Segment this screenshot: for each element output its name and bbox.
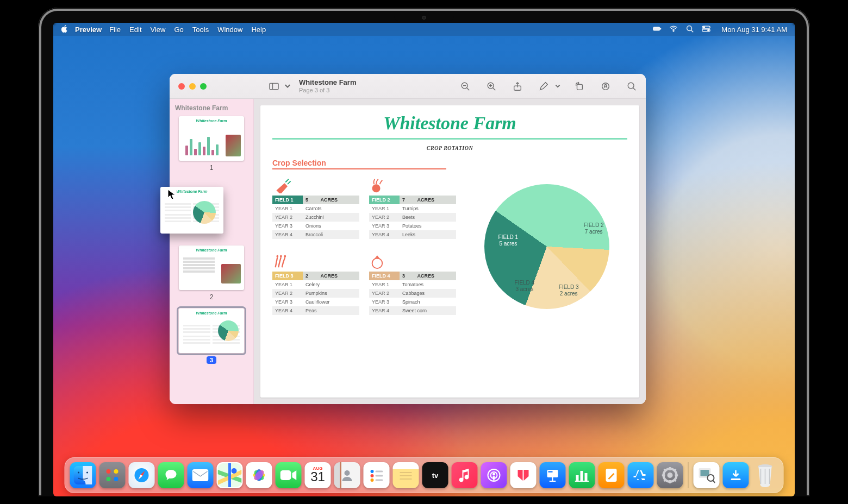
wifi-icon[interactable] [669, 24, 678, 35]
field-2-block: FIELD 2 7 ACRES YEAR 1Turnips YEAR 2Beet… [369, 178, 456, 239]
svg-point-19 [372, 258, 383, 268]
trash-icon[interactable] [752, 462, 778, 488]
thumbnail-sidebar[interactable]: Whitestone Farm Whitestone Farm [170, 99, 254, 404]
highlight-button[interactable] [598, 79, 613, 94]
menubar-status: Mon Aug 31 9:41 AM [653, 24, 787, 35]
markup-button[interactable] [536, 79, 551, 94]
svg-point-23 [107, 469, 111, 474]
music-icon[interactable] [452, 462, 478, 488]
zoom-out-button[interactable] [458, 79, 473, 94]
podcasts-icon[interactable] [481, 462, 507, 488]
downloads-icon[interactable] [723, 462, 749, 488]
photos-icon[interactable] [246, 462, 272, 488]
sidebar-title: Whitestone Farm [175, 104, 248, 112]
mail-icon[interactable] [188, 462, 214, 488]
menu-go[interactable]: Go [174, 26, 183, 34]
menu-help[interactable]: Help [251, 26, 266, 34]
apple-menu-icon[interactable] [61, 25, 68, 34]
minimize-button[interactable] [189, 83, 196, 90]
svg-point-21 [78, 471, 79, 473]
calendar-icon[interactable]: AUG 31 [305, 462, 331, 488]
messages-icon[interactable] [158, 462, 184, 488]
keynote-icon[interactable] [540, 462, 566, 488]
thumbnail[interactable]: Whitestone Farm [179, 116, 244, 161]
finder-icon[interactable] [70, 462, 96, 488]
svg-point-17 [280, 255, 282, 257]
thumb-3[interactable]: Whitestone Farm 3 [174, 308, 249, 364]
svg-point-26 [114, 477, 119, 481]
svg-rect-57 [576, 475, 579, 481]
news-icon[interactable] [510, 462, 537, 488]
section-heading: Crop Selection [272, 159, 627, 167]
title-block: Whitestone Farm Page 3 of 3 [299, 79, 356, 93]
svg-point-15 [372, 184, 381, 192]
svg-point-13 [602, 83, 609, 90]
window-title: Whitestone Farm [299, 79, 356, 86]
field-4-block: FIELD 4 3 ACRES YEAR 1Tomatoes YEAR 2Cab… [369, 254, 456, 315]
thumbnail[interactable]: Whitestone Farm [179, 308, 244, 353]
menu-edit[interactable]: Edit [129, 26, 141, 34]
safari-icon[interactable] [129, 462, 155, 488]
svg-point-45 [371, 478, 374, 482]
svg-point-63 [668, 472, 673, 478]
field-tables: FIELD 1 5 ACRES YEAR 1Carrots YEAR 2Zucc… [272, 178, 456, 315]
preview-dock-icon[interactable] [694, 462, 720, 488]
zoom-button[interactable] [200, 83, 207, 90]
svg-rect-44 [376, 475, 383, 477]
launchpad-icon[interactable] [99, 462, 126, 488]
rotate-button[interactable] [572, 79, 587, 94]
thumb-1[interactable]: Whitestone Farm 1 [174, 116, 249, 172]
markup-chevron-icon[interactable] [554, 79, 561, 94]
control-center-icon[interactable] [702, 24, 710, 35]
svg-point-22 [86, 471, 88, 473]
numbers-icon[interactable] [569, 462, 595, 488]
close-button[interactable] [178, 83, 185, 90]
pie-label-field4: FIELD 43 acres [515, 280, 535, 293]
share-button[interactable] [510, 79, 525, 94]
pages-icon[interactable] [598, 462, 625, 488]
document-page: Whitestone Farm CROP ROTATION Crop Selec… [260, 105, 639, 398]
svg-rect-12 [577, 84, 583, 90]
reminders-icon[interactable] [364, 462, 390, 488]
titlebar[interactable]: Whitestone Farm Page 3 of 3 [170, 74, 646, 99]
battery-icon[interactable] [653, 24, 662, 35]
sidebar-toggle-chevron-icon[interactable] [284, 79, 291, 94]
doc-title: Whitestone Farm [272, 113, 627, 134]
menu-window[interactable]: Window [217, 26, 242, 34]
page-badge: 3 [207, 356, 216, 364]
desktop: Preview File Edit View Go Tools Window H… [53, 23, 795, 496]
svg-rect-42 [376, 471, 383, 472]
tomato-icon [369, 254, 456, 269]
thumb-photo [226, 135, 241, 156]
svg-point-40 [345, 470, 350, 476]
svg-rect-58 [581, 471, 583, 481]
svg-rect-76 [731, 478, 741, 480]
menu-file[interactable]: File [109, 26, 121, 34]
menu-tools[interactable]: Tools [192, 26, 209, 34]
page-view[interactable]: Whitestone Farm CROP ROTATION Crop Selec… [254, 99, 646, 404]
zoom-in-button[interactable] [484, 79, 499, 94]
notes-icon[interactable] [393, 462, 419, 488]
maps-icon[interactable] [217, 462, 243, 488]
sidebar-toggle-button[interactable] [266, 79, 282, 94]
svg-point-7 [708, 29, 709, 31]
tv-icon[interactable]: tv [422, 462, 448, 488]
toolbar-right [458, 79, 639, 94]
svg-rect-73 [701, 470, 709, 476]
svg-rect-55 [550, 481, 556, 482]
app-name[interactable]: Preview [75, 26, 102, 34]
svg-line-75 [713, 481, 715, 483]
facetime-icon[interactable] [276, 462, 302, 488]
menu-view[interactable]: View [151, 26, 166, 34]
thumbnail[interactable]: Whitestone Farm [179, 245, 244, 290]
svg-point-16 [276, 255, 278, 257]
appstore-icon[interactable] [628, 462, 654, 488]
menubar-clock[interactable]: Mon Aug 31 9:41 AM [721, 26, 787, 34]
thumb-2[interactable]: Whitestone Farm 2 [174, 245, 249, 301]
contacts-icon[interactable] [334, 462, 360, 488]
page-label: 2 [210, 293, 214, 301]
spotlight-icon[interactable] [685, 24, 694, 35]
settings-icon[interactable] [657, 462, 683, 488]
search-button[interactable] [624, 79, 639, 94]
svg-rect-54 [552, 477, 553, 481]
